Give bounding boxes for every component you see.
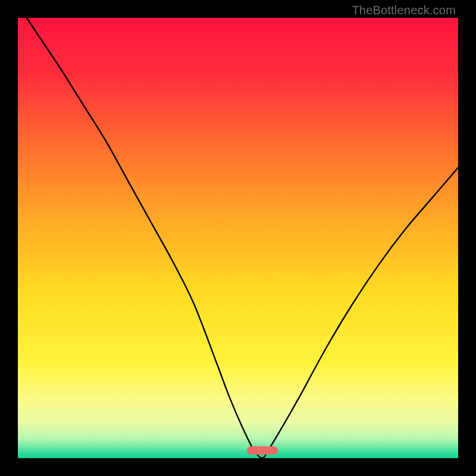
chart-frame: TheBottleneck.com (0, 0, 476, 476)
watermark-text: TheBottleneck.com (352, 4, 456, 17)
minimum-marker-pill (247, 446, 278, 455)
bottleneck-curve (18, 18, 458, 458)
plot-area (18, 18, 458, 458)
